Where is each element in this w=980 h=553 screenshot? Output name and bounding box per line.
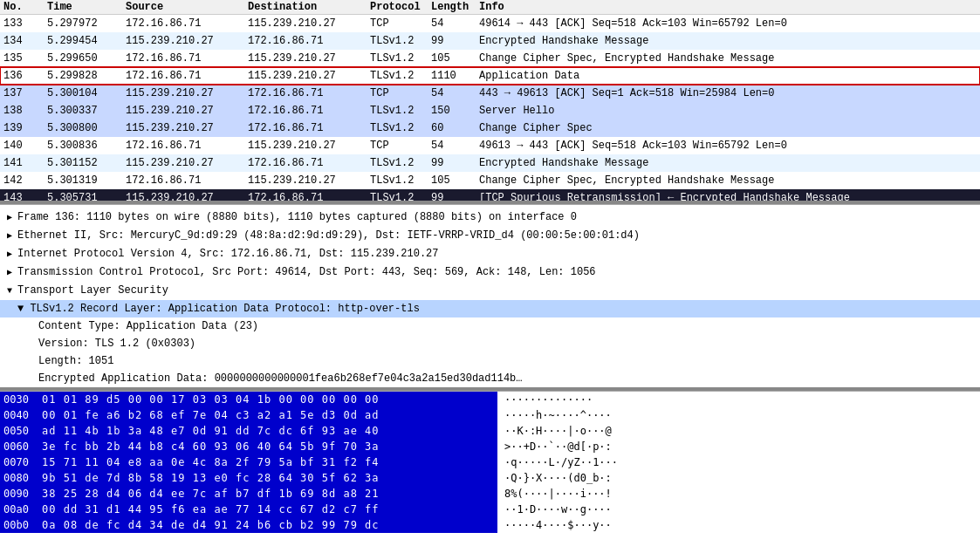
hex-row: 00603e fc bb 2b 44 b8 c4 60 93 06 40 64 … bbox=[0, 439, 980, 454]
table-cell: 150 bbox=[428, 102, 476, 119]
hex-offset: 00a0 bbox=[3, 502, 35, 517]
table-row[interactable]: 1405.300836172.16.86.71115.239.210.27TCP… bbox=[0, 137, 980, 154]
hex-offset: 0090 bbox=[3, 486, 35, 502]
hex-bytes-left: ad 11 4b 1b 3a 48 e7 0d 91 dd 7c dc 6f 9… bbox=[42, 423, 494, 439]
table-cell: 136 bbox=[0, 67, 44, 85]
table-cell: 115.239.210.27 bbox=[122, 189, 244, 201]
table-cell: 172.16.86.71 bbox=[244, 189, 367, 201]
packet-table: No. Time Source Destination Protocol Len… bbox=[0, 0, 980, 201]
table-cell: 115.239.210.27 bbox=[244, 67, 367, 85]
table-cell: 5.301152 bbox=[44, 154, 122, 172]
hex-offset: 0080 bbox=[3, 470, 35, 486]
hex-offset: 0060 bbox=[3, 439, 35, 454]
hex-bytes-left: 01 01 89 d5 00 00 17 03 03 04 1b 00 00 0… bbox=[42, 392, 494, 407]
table-cell: 5.299650 bbox=[44, 50, 122, 67]
table-cell: TLSv1.2 bbox=[367, 102, 428, 119]
table-cell: TCP bbox=[367, 15, 428, 33]
packet-list-container: No. Time Source Destination Protocol Len… bbox=[0, 0, 980, 201]
table-cell: TCP bbox=[367, 85, 428, 102]
table-row[interactable]: 1435.305731115.239.210.27172.16.86.71TLS… bbox=[0, 189, 980, 201]
hex-bytes-left: 15 71 11 04 e8 aa 0e 4c 8a 2f 79 5a bf 3… bbox=[42, 454, 494, 470]
table-cell: 172.16.86.71 bbox=[122, 67, 244, 85]
table-cell: 172.16.86.71 bbox=[122, 137, 244, 154]
packet-tbody: 1335.297972172.16.86.71115.239.210.27TCP… bbox=[0, 15, 980, 201]
detail-subchild: Content Type: Application Data (23) bbox=[0, 317, 980, 335]
table-row[interactable]: 1415.301152115.239.210.27172.16.86.71TLS… bbox=[0, 154, 980, 172]
table-row[interactable]: 1365.299828172.16.86.71115.239.210.27TLS… bbox=[0, 67, 980, 85]
table-cell: 139 bbox=[0, 119, 44, 137]
table-header-row: No. Time Source Destination Protocol Len… bbox=[0, 0, 980, 15]
hex-offset: 0030 bbox=[3, 392, 35, 407]
col-time: Time bbox=[44, 0, 122, 15]
table-cell: 115.239.210.27 bbox=[244, 137, 367, 154]
table-cell: TLSv1.2 bbox=[367, 67, 428, 85]
detail-subchild: Version: TLS 1.2 (0x0303) bbox=[0, 335, 980, 352]
table-row[interactable]: 1355.299650172.16.86.71115.239.210.27TLS… bbox=[0, 50, 980, 67]
table-cell: 137 bbox=[0, 85, 44, 102]
hex-bytes-left: 38 25 28 d4 06 d4 ee 7c af b7 df 1b 69 8… bbox=[42, 486, 494, 502]
table-cell: 54 bbox=[428, 85, 476, 102]
table-cell: TLSv1.2 bbox=[367, 32, 428, 50]
table-cell: 99 bbox=[428, 189, 476, 201]
table-cell: TLSv1.2 bbox=[367, 189, 428, 201]
table-row[interactable]: 1385.300337115.239.210.27172.16.86.71TLS… bbox=[0, 102, 980, 119]
table-cell: 115.239.210.27 bbox=[122, 154, 244, 172]
detail-row-expandable[interactable]: Transmission Control Protocol, Src Port:… bbox=[0, 263, 980, 282]
detail-pane: Frame 136: 1110 bytes on wire (8880 bits… bbox=[0, 204, 980, 387]
hex-ascii: ·····h·~····^···· bbox=[504, 407, 612, 423]
detail-row-expanded[interactable]: Transport Layer Security bbox=[0, 282, 980, 300]
table-row[interactable]: 1425.301319172.16.86.71115.239.210.27TLS… bbox=[0, 172, 980, 189]
hex-row: 009038 25 28 d4 06 d4 ee 7c af b7 df 1b … bbox=[0, 486, 980, 502]
hex-row: 00b00a 08 de fc d4 34 de d4 91 24 b6 cb … bbox=[0, 517, 980, 533]
hex-ascii: 8%(····|····i···! bbox=[504, 486, 612, 502]
hex-ascii: ·····4····$···y·· bbox=[504, 517, 612, 533]
hex-bytes-left: 0a 08 de fc d4 34 de d4 91 24 b6 cb b2 9… bbox=[42, 517, 494, 533]
table-cell: TLSv1.2 bbox=[367, 154, 428, 172]
detail-row-expandable[interactable]: Ethernet II, Src: MercuryC_9d:d9:29 (48:… bbox=[0, 227, 980, 245]
table-cell: 5.300800 bbox=[44, 119, 122, 137]
detail-row-expandable[interactable]: Internet Protocol Version 4, Src: 172.16… bbox=[0, 245, 980, 263]
table-cell: Encrypted Handshake Message bbox=[476, 154, 980, 172]
table-cell: 105 bbox=[428, 172, 476, 189]
hex-row: 00809b 51 de 7d 8b 58 19 13 e0 fc 28 64 … bbox=[0, 470, 980, 486]
table-cell: 172.16.86.71 bbox=[122, 15, 244, 33]
table-cell: 115.239.210.27 bbox=[122, 102, 244, 119]
hex-row: 004000 01 fe a6 b2 68 ef 7e 04 c3 a2 a1 … bbox=[0, 407, 980, 423]
hex-ascii: ·Q·}·X····(d0_b·: bbox=[504, 470, 612, 486]
table-cell: 134 bbox=[0, 32, 44, 50]
table-cell: 115.239.210.27 bbox=[244, 15, 367, 33]
table-row[interactable]: 1345.299454115.239.210.27172.16.86.71TLS… bbox=[0, 32, 980, 50]
col-source: Source bbox=[122, 0, 244, 15]
detail-child-expanded[interactable]: ▼ TLSv1.2 Record Layer: Application Data… bbox=[0, 300, 980, 317]
table-cell: 60 bbox=[428, 119, 476, 137]
table-row[interactable]: 1375.300104115.239.210.27172.16.86.71TCP… bbox=[0, 85, 980, 102]
col-info: Info bbox=[476, 0, 980, 15]
hex-bytes-left: 00 dd 31 d1 44 95 f6 ea ae 77 14 cc 67 d… bbox=[42, 502, 494, 517]
table-cell: 443 → 49613 [ACK] Seq=1 Ack=518 Win=2598… bbox=[476, 85, 980, 102]
table-cell: 5.300337 bbox=[44, 102, 122, 119]
hex-pane: 003001 01 89 d5 00 00 17 03 03 04 1b 00 … bbox=[0, 391, 980, 553]
detail-subchild: Encrypted Application Data: 000000000000… bbox=[0, 370, 980, 387]
table-cell: 49614 → 443 [ACK] Seq=518 Ack=103 Win=65… bbox=[476, 15, 980, 33]
table-row[interactable]: 1335.297972172.16.86.71115.239.210.27TCP… bbox=[0, 15, 980, 33]
hex-ascii: ··K·:H····|·o···@ bbox=[504, 423, 612, 439]
table-cell: 5.299454 bbox=[44, 32, 122, 50]
table-cell: 115.239.210.27 bbox=[244, 172, 367, 189]
hex-bytes-left: 00 01 fe a6 b2 68 ef 7e 04 c3 a2 a1 5e d… bbox=[42, 407, 494, 423]
table-cell: 135 bbox=[0, 50, 44, 67]
hex-ascii: ·q·····L·/yZ··1··· bbox=[504, 454, 618, 470]
hex-row: 0050ad 11 4b 1b 3a 48 e7 0d 91 dd 7c dc … bbox=[0, 423, 980, 439]
table-cell: 140 bbox=[0, 137, 44, 154]
table-cell: 172.16.86.71 bbox=[244, 85, 367, 102]
hex-offset: 0070 bbox=[3, 454, 35, 470]
table-cell: Server Hello bbox=[476, 102, 980, 119]
hex-ascii: ·············· bbox=[504, 392, 593, 407]
table-cell: 54 bbox=[428, 137, 476, 154]
hex-bytes-left: 3e fc bb 2b 44 b8 c4 60 93 06 40 64 5b 9… bbox=[42, 439, 494, 454]
detail-row-expandable[interactable]: Frame 136: 1110 bytes on wire (8880 bits… bbox=[0, 208, 980, 227]
table-cell: 172.16.86.71 bbox=[244, 154, 367, 172]
col-protocol: Protocol bbox=[367, 0, 428, 15]
table-row[interactable]: 1395.300800115.239.210.27172.16.86.71TLS… bbox=[0, 119, 980, 137]
hex-ascii: ··1·D····w··g···· bbox=[504, 502, 612, 517]
col-no: No. bbox=[0, 0, 44, 15]
